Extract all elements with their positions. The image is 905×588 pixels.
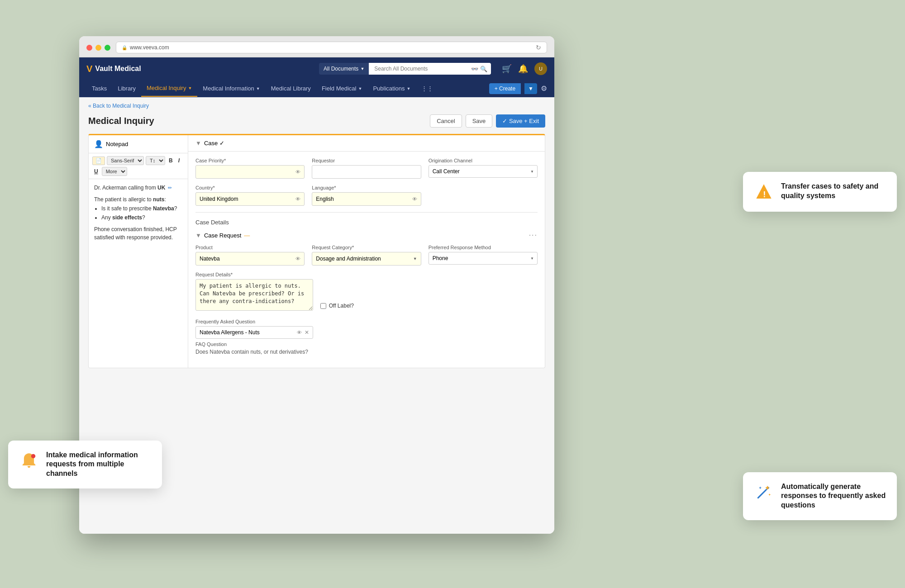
request-category-label: Request Category*: [312, 245, 421, 250]
product-group: Product Natevba 👁: [195, 245, 305, 266]
more-options-button[interactable]: ···: [529, 231, 538, 239]
settings-gear-icon[interactable]: ⚙: [541, 84, 547, 93]
request-details-group: Request Details* My patient is allergic …: [195, 272, 313, 313]
search-input[interactable]: [372, 63, 471, 75]
notepad-content: Dr. Ackerman calling from UK ✏ The patie…: [89, 179, 188, 246]
placeholder-group: [429, 185, 538, 206]
preferred-response-group: Preferred Response Method Phone: [429, 245, 538, 266]
transfer-callout-text: Transfer cases to safety and quality sys…: [781, 182, 886, 201]
vault-logo: V Vault Medical: [86, 64, 141, 74]
bold-button[interactable]: B: [167, 156, 175, 165]
eye-icon[interactable]: 👁: [295, 196, 300, 202]
search-dropdown[interactable]: All Documents ▼: [319, 63, 369, 75]
language-label: Language*: [312, 185, 421, 190]
fields-row-2: Country* United Kingdom 👁 Language* Engl…: [195, 185, 538, 206]
clear-icon[interactable]: ✕: [305, 329, 309, 336]
chevron-down-icon: ▼: [188, 86, 192, 90]
placeholder-group2: [433, 272, 538, 313]
request-details-label: Request Details*: [195, 272, 313, 277]
faq-input[interactable]: Natevba Allergens - Nuts 👁 ✕: [195, 326, 313, 339]
nav-medical-library[interactable]: Medical Library: [266, 80, 316, 97]
country-input[interactable]: United Kingdom 👁: [195, 192, 305, 206]
case-request-text: Case Request: [204, 232, 241, 239]
eye-icon[interactable]: 👁: [295, 256, 300, 261]
more-formatting-select[interactable]: More: [102, 167, 127, 176]
faq-value: Natevba Allergens - Nuts: [200, 329, 260, 336]
off-label-group: Off Label?: [320, 272, 425, 313]
eye-icon[interactable]: 👁: [297, 330, 302, 335]
preferred-response-select[interactable]: Phone: [429, 252, 538, 265]
country-group: Country* United Kingdom 👁: [195, 185, 305, 206]
faq-question-value: Does Natevba contain nuts, or nut deriva…: [195, 349, 313, 355]
list-item: Is it safe to prescribe Natevba?: [101, 204, 182, 213]
underline-button[interactable]: U: [92, 167, 100, 175]
remove-button[interactable]: —: [244, 232, 250, 239]
nav-medical-information[interactable]: Medical Information ▼: [197, 80, 265, 97]
case-priority-input[interactable]: 👁: [195, 165, 305, 179]
case-priority-group: Case Priority* 👁: [195, 158, 305, 179]
request-details-textarea[interactable]: My patient is allergic to nuts. Can Nate…: [195, 279, 313, 311]
language-input[interactable]: English 👁: [312, 192, 421, 206]
dropdown-chevron-icon: ▼: [360, 66, 364, 71]
edit-icon[interactable]: ✏: [168, 184, 172, 192]
requestor-input[interactable]: [312, 165, 421, 179]
nav-publications[interactable]: Publications ▼: [367, 80, 416, 97]
off-label-checkbox-row: Off Label?: [320, 303, 354, 309]
close-button[interactable]: [86, 45, 92, 51]
search-icons: 👓 🔍: [471, 66, 487, 72]
faq-icons: 👁 ✕: [297, 329, 309, 336]
back-link[interactable]: « Back to Medical Inquiry: [88, 103, 545, 109]
cancel-button[interactable]: Cancel: [430, 114, 462, 128]
case-panel: ▼ Case ✓ Case Priority* 👁: [188, 135, 545, 368]
font-size-select[interactable]: T↕: [146, 156, 165, 165]
transfer-icon-wrap: !: [754, 182, 774, 202]
save-exit-button[interactable]: ✓ Save + Exit: [496, 114, 545, 128]
page-title: Medical Inquiry: [88, 116, 154, 126]
case-header-text: Case ✓: [204, 140, 224, 147]
language-value: English: [316, 196, 333, 202]
requestor-label: Requestor: [312, 158, 421, 163]
chevron-down-icon: ▼: [256, 86, 260, 91]
save-button[interactable]: Save: [466, 114, 493, 128]
reload-icon[interactable]: ↻: [536, 44, 541, 51]
url-bar[interactable]: 🔒 www.veeva.com ↻: [116, 42, 547, 53]
create-dropdown-button[interactable]: ▼: [524, 83, 537, 94]
product-value: Natevba: [200, 256, 220, 262]
minimize-button[interactable]: [95, 45, 101, 51]
eye-icon[interactable]: 👁: [295, 169, 300, 175]
list-item: Any side effects?: [101, 213, 182, 222]
font-family-select[interactable]: Sans-Serif: [107, 156, 144, 165]
origination-channel-group: Origination Channel Call Center: [429, 158, 538, 179]
nav-field-medical[interactable]: Field Medical ▼: [316, 80, 368, 97]
autogenerate-callout-text: Automatically generate responses to freq…: [781, 482, 886, 510]
nav-medical-inquiry[interactable]: Medical Inquiry ▼: [141, 80, 197, 97]
vault-logo-text: Vault Medical: [95, 65, 141, 73]
notepad-panel: 👤 Notepad 📄 Sans-Serif T↕ B I U: [89, 135, 188, 368]
intake-callout: Intake medical information requests from…: [8, 441, 162, 488]
autogenerate-icon-wrap: [754, 482, 774, 502]
off-label-checkbox[interactable]: [320, 303, 326, 309]
eye-icon[interactable]: 👁: [412, 196, 417, 202]
notification-icon[interactable]: 🔔: [518, 64, 528, 74]
product-input[interactable]: Natevba 👁: [195, 252, 305, 266]
svg-text:!: !: [763, 190, 766, 199]
avatar[interactable]: U: [534, 62, 547, 75]
origination-channel-select[interactable]: Call Center: [429, 165, 538, 178]
create-button[interactable]: + Create: [489, 83, 521, 94]
request-category-input[interactable]: Dosage and Administration ▼: [312, 252, 421, 266]
nav-tasks[interactable]: Tasks: [86, 80, 112, 97]
bell-notification-icon: [20, 452, 38, 469]
fields-row-3: Product Natevba 👁 Request Category* Dosa…: [195, 245, 538, 266]
nav-more[interactable]: ⋮⋮: [416, 80, 438, 97]
person-icon: 👤: [94, 140, 103, 148]
notepad-doc-icon[interactable]: 📄: [92, 156, 105, 165]
italic-button[interactable]: I: [176, 156, 181, 165]
cart-icon[interactable]: 🛒: [502, 64, 512, 74]
nav-library[interactable]: Library: [112, 80, 141, 97]
maximize-button[interactable]: [105, 45, 110, 51]
page-actions: Cancel Save ✓ Save + Exit: [430, 114, 545, 128]
header-actions: 🛒 🔔 U: [502, 62, 547, 75]
faq-question-label: FAQ Question: [195, 341, 313, 347]
search-icon[interactable]: 🔍: [480, 66, 487, 72]
case-details-title: Case Details: [195, 219, 538, 226]
